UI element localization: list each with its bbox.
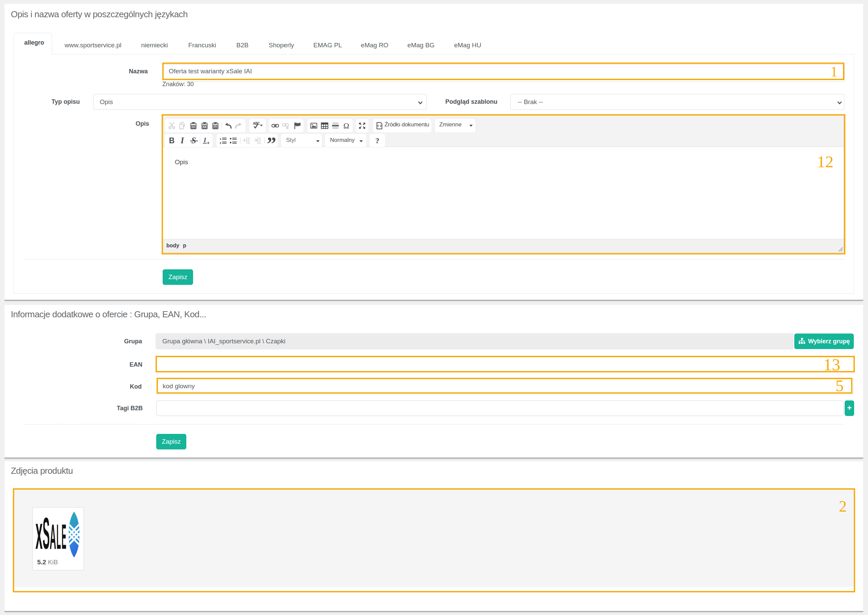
svg-text:A: A [50, 517, 56, 556]
svg-text:S: S [42, 511, 50, 558]
svg-text:L: L [56, 517, 61, 556]
svg-text:x: x [36, 511, 42, 558]
svg-text:E: E [61, 517, 66, 556]
